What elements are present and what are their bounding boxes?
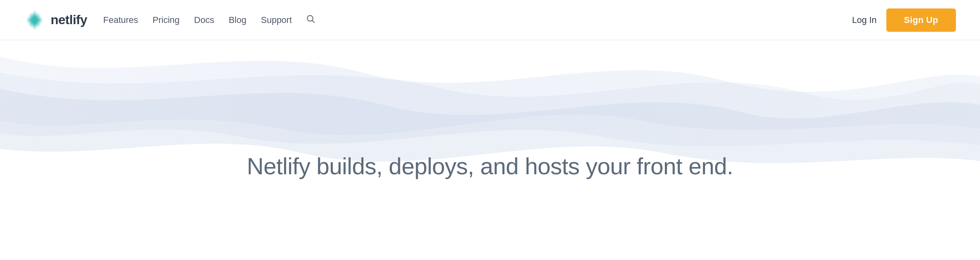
hero-section: Netlify builds, deploys, and hosts your … xyxy=(0,40,980,260)
navbar-left: netlify Features Pricing Docs Blog Suppo… xyxy=(24,10,315,31)
navbar-right: Log In Sign Up xyxy=(852,8,956,32)
logo-text: netlify xyxy=(51,12,87,27)
nav-item-pricing[interactable]: Pricing xyxy=(153,15,180,25)
svg-line-10 xyxy=(312,21,315,23)
hero-tagline: Netlify builds, deploys, and hosts your … xyxy=(247,151,733,181)
nav-item-support[interactable]: Support xyxy=(261,15,292,25)
login-button[interactable]: Log In xyxy=(852,15,877,25)
wave-background xyxy=(0,40,980,260)
nav-item-features[interactable]: Features xyxy=(103,15,138,25)
nav-item-blog[interactable]: Blog xyxy=(229,15,246,25)
signup-button[interactable]: Sign Up xyxy=(886,8,956,32)
search-icon[interactable] xyxy=(306,14,315,25)
logo-container[interactable]: netlify xyxy=(24,10,87,31)
nav-item-docs[interactable]: Docs xyxy=(194,15,214,25)
navbar: netlify Features Pricing Docs Blog Suppo… xyxy=(0,0,980,40)
nav-links: Features Pricing Docs Blog Support xyxy=(103,14,315,25)
netlify-logo-icon xyxy=(24,10,45,31)
